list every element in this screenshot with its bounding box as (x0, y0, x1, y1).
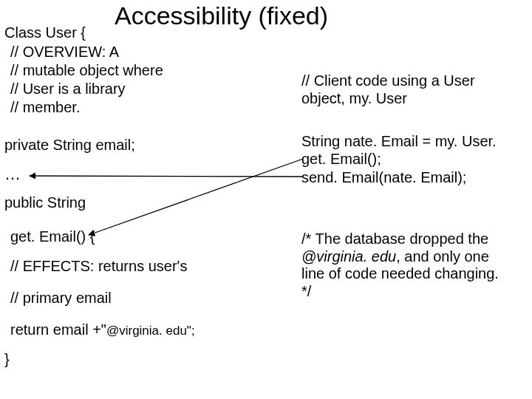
client-comment: // Client code using a User object, my. … (301, 72, 512, 107)
code-overview-1: // OVERVIEW: A (10, 44, 119, 59)
code-close-brace: } (4, 352, 10, 366)
arrow-to-ellipsis (30, 176, 303, 177)
code-overview-2: // mutable object where (10, 63, 163, 78)
code-overview-4: // member. (10, 100, 80, 115)
code-private-email: private String email; (4, 137, 135, 152)
code-getemail-open: get. Email() { (10, 229, 95, 244)
return-b: @virginia. edu"; (106, 324, 195, 338)
keyword-public: public (4, 194, 43, 211)
keyword-private: private (4, 137, 49, 153)
client-db-comment: /* The database dropped the @virginia. e… (301, 231, 512, 300)
slide-title: Accessibility (fixed) (115, 1, 328, 30)
client-send-email: send. Email(nate. Email); (301, 169, 512, 187)
code-class-open: Class User { (4, 25, 86, 40)
slide: Accessibility (fixed) Class User { // OV… (0, 0, 532, 399)
code-public-string: public String (4, 195, 86, 210)
client-nate-email: String nate. Email = my. User. get. Emai… (301, 133, 512, 168)
code-primary: // primary email (10, 290, 112, 305)
code-effects: // EFFECTS: returns user's (10, 259, 187, 273)
code-ellipsis: … (4, 166, 21, 183)
arrow-to-getemail (89, 159, 303, 235)
code-return: return email +"@virginia. edu"; (10, 322, 195, 337)
db-at: @virginia. edu (301, 248, 396, 265)
private-rest: String email; (49, 137, 135, 153)
return-a: return email +" (10, 321, 106, 338)
public-rest: String (43, 194, 86, 211)
db-a: /* The database dropped the (301, 231, 488, 247)
code-overview-3: // User is a library (10, 81, 126, 96)
